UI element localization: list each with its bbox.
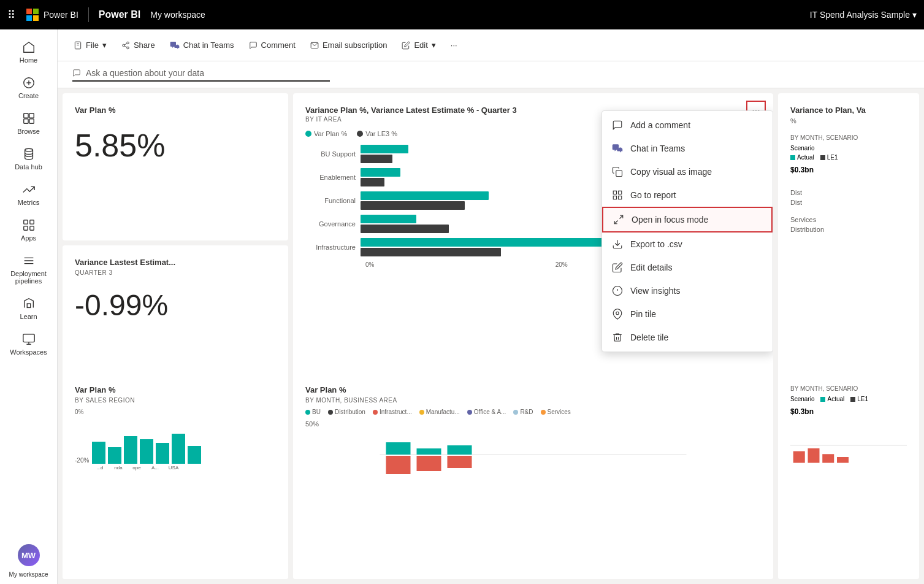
- svg-rect-25: [616, 171, 622, 177]
- bar-label-governance: Governance: [305, 220, 361, 228]
- dist-label2: Dist: [790, 199, 907, 206]
- sidebar-item-browse[interactable]: Browse: [0, 106, 57, 141]
- x-label-3: ope: [129, 465, 145, 471]
- sidebar-item-learn[interactable]: Learn: [0, 291, 57, 326]
- teams-menu-icon: [612, 143, 623, 154]
- menu-open-focus[interactable]: Open in focus mode: [602, 207, 773, 232]
- legend-dot-teal: [305, 131, 311, 137]
- sales-bar-chart: 0% -20%: [75, 409, 276, 464]
- ba-label-services: Services: [548, 409, 571, 415]
- ba-office: Office & A...: [467, 409, 506, 415]
- bottom-right-value: $0.3bn: [790, 407, 907, 416]
- bottom-scenario-header: Scenario: [790, 396, 814, 402]
- sidebar-item-deployment[interactable]: Deployment pipelines: [0, 248, 57, 291]
- edit-icon: [402, 41, 410, 50]
- ba-bu: BU: [305, 409, 321, 415]
- ba-label-infrastructure: Infrastruct...: [380, 409, 412, 415]
- svg-point-20: [123, 44, 125, 47]
- sidebar-item-label-data-hub: Data hub: [15, 163, 42, 171]
- svg-line-23: [124, 43, 127, 44]
- bar-label-busupport: BU Support: [305, 150, 361, 158]
- chevron-down-icon[interactable]: ▾: [912, 10, 917, 20]
- variance-latest-subtitle: QUARTER 3: [75, 269, 276, 276]
- comment-button[interactable]: Comment: [243, 37, 302, 53]
- menu-go-to-report[interactable]: Go to report: [602, 183, 773, 207]
- metrics-icon: [22, 183, 36, 196]
- more-button[interactable]: ···: [445, 37, 464, 53]
- sidebar-item-workspaces[interactable]: Workspaces: [0, 326, 57, 362]
- apps-grid-icon[interactable]: ⠿: [7, 8, 17, 21]
- report-menu-icon: [612, 190, 623, 201]
- svg-rect-3: [23, 113, 28, 118]
- x-axis-labels-sales: ...d nda ope A... USA: [75, 465, 276, 471]
- email-subscription-button[interactable]: Email subscription: [304, 37, 394, 53]
- bar-teal-functional: [361, 191, 489, 200]
- workspace-label[interactable]: My workspace: [150, 10, 205, 20]
- sidebar-item-create[interactable]: Create: [0, 70, 57, 106]
- svg-rect-28: [613, 196, 616, 199]
- svg-point-36: [616, 312, 619, 315]
- more-dots-label: ···: [451, 40, 457, 50]
- menu-chat-in-teams[interactable]: Chat in Teams: [602, 137, 773, 160]
- workspaces-icon: [22, 332, 36, 346]
- sidebar-item-home[interactable]: Home: [0, 34, 57, 70]
- var-plan-sales-title: Var Plan %: [75, 385, 276, 394]
- home-icon: [22, 40, 36, 54]
- menu-pin-tile[interactable]: Pin tile: [602, 302, 773, 326]
- bottom-actual-dot: [820, 397, 825, 402]
- ba-dot-office: [467, 410, 472, 415]
- svg-rect-13: [23, 334, 34, 342]
- svg-rect-39: [386, 456, 411, 474]
- sidebar-item-apps[interactable]: Apps: [0, 212, 57, 248]
- svg-rect-26: [613, 191, 616, 194]
- report-title: IT Spend Analysis Sample: [810, 10, 910, 20]
- bottom-right-svg: [790, 421, 907, 470]
- chat-in-teams-button[interactable]: Chat in Teams: [164, 37, 240, 54]
- sidebar-item-my-workspace[interactable]: MW My workspace: [0, 538, 57, 584]
- teams-icon: [170, 40, 180, 50]
- browse-icon: [22, 112, 36, 125]
- share-button[interactable]: Share: [115, 37, 161, 53]
- export-menu-icon: [612, 239, 623, 250]
- actual-label: Actual: [797, 154, 814, 161]
- menu-export-csv[interactable]: Export to .csv: [602, 232, 773, 256]
- ba-label-distribution: Distribution: [335, 409, 365, 415]
- file-button[interactable]: File ▾: [67, 37, 113, 53]
- sidebar: Home Create Browse Data hub Metrics Apps: [0, 29, 58, 584]
- legend-teal: Var Plan %: [305, 130, 347, 137]
- menu-delete-tile[interactable]: Delete tile: [602, 326, 773, 349]
- svg-rect-16: [75, 42, 80, 49]
- file-label: File: [86, 40, 99, 50]
- menu-go-to-report-label: Go to report: [630, 190, 676, 200]
- svg-rect-29: [619, 196, 622, 199]
- email-label: Email subscription: [323, 40, 388, 50]
- bar-dark-infrastructure: [361, 248, 501, 256]
- svg-rect-12: [27, 304, 31, 307]
- sales-bar-2: [108, 447, 121, 464]
- legend-dot-dark: [357, 131, 363, 137]
- ba-dot-bu: [305, 410, 310, 415]
- bottom-actual: Actual: [820, 396, 844, 402]
- menu-edit-details[interactable]: Edit details: [602, 256, 773, 279]
- menu-edit-details-label: Edit details: [630, 263, 672, 272]
- share-label: Share: [134, 40, 155, 50]
- le1-legend: LE1: [820, 154, 838, 161]
- ask-bar-inner[interactable]: Ask a question about your data: [72, 68, 330, 82]
- ba-dot-manufacturing: [419, 410, 424, 415]
- sidebar-item-data-hub[interactable]: Data hub: [0, 141, 57, 177]
- menu-add-comment[interactable]: Add a comment: [602, 113, 773, 137]
- sales-bar-7: [188, 446, 201, 464]
- sidebar-item-metrics[interactable]: Metrics: [0, 177, 57, 212]
- svg-rect-4: [29, 113, 33, 118]
- menu-view-insights[interactable]: View insights: [602, 279, 773, 302]
- legend-label-teal: Var Plan %: [314, 130, 347, 137]
- learn-icon: [22, 297, 36, 310]
- sales-bar-3: [124, 436, 137, 464]
- distribution-label: Distribution: [790, 226, 907, 233]
- menu-copy-visual[interactable]: Copy visual as image: [602, 160, 773, 183]
- sidebar-item-label-create: Create: [18, 92, 39, 99]
- edit-button[interactable]: Edit ▾: [395, 37, 441, 53]
- top-bar: ⠿ Power BI Power BI My workspace IT Spen…: [0, 0, 924, 29]
- edit-details-menu-icon: [612, 262, 623, 273]
- right-card-title: Variance to Plan, Va: [790, 106, 907, 115]
